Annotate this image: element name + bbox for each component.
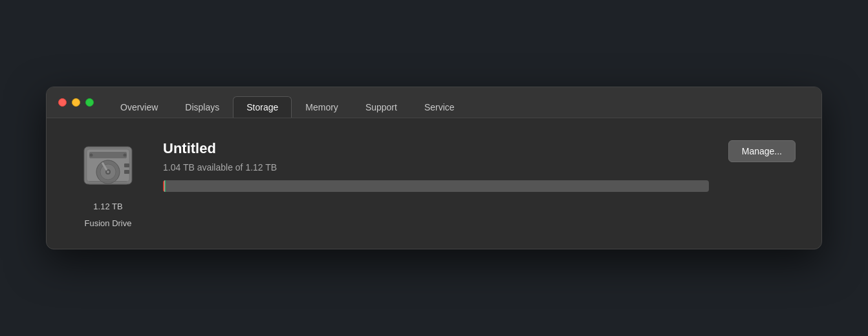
- drive-availability: 1.04 TB available of 1.12 TB: [163, 162, 709, 173]
- tab-bar: Overview Displays Storage Memory Support…: [107, 96, 468, 118]
- storage-progress-bar: [163, 180, 709, 192]
- drive-name: Untitled: [163, 140, 709, 157]
- tab-memory[interactable]: Memory: [292, 96, 352, 118]
- progress-bar-fill: [163, 180, 201, 192]
- tab-storage[interactable]: Storage: [233, 96, 292, 118]
- manage-button-area: Manage...: [728, 138, 796, 162]
- tab-service[interactable]: Service: [411, 96, 468, 118]
- svg-point-8: [107, 171, 109, 173]
- drive-icon-area: 1.12 TB Fusion Drive: [72, 138, 144, 229]
- tab-displays[interactable]: Displays: [171, 96, 233, 118]
- maximize-button[interactable]: [85, 98, 94, 107]
- segment-system: [165, 180, 166, 192]
- drive-size-label: 1.12 TB: [93, 201, 122, 213]
- main-window: Overview Displays Storage Memory Support…: [46, 87, 822, 249]
- minimize-button[interactable]: [72, 98, 80, 107]
- svg-rect-2: [89, 152, 127, 158]
- drive-type-label: Fusion Drive: [85, 218, 132, 229]
- titlebar: Overview Displays Storage Memory Support…: [47, 87, 821, 118]
- content-area: 1.12 TB Fusion Drive Untitled 1.04 TB av…: [47, 118, 821, 249]
- svg-point-3: [90, 153, 93, 156]
- svg-rect-13: [124, 170, 129, 174]
- traffic-lights: [58, 98, 94, 116]
- tab-overview[interactable]: Overview: [107, 96, 171, 118]
- hard-drive-icon: [79, 138, 137, 196]
- svg-rect-12: [124, 163, 129, 167]
- svg-point-4: [124, 153, 127, 156]
- drive-info: Untitled 1.04 TB available of 1.12 TB: [163, 138, 709, 192]
- tab-support[interactable]: Support: [352, 96, 411, 118]
- manage-button[interactable]: Manage...: [728, 140, 796, 162]
- drive-section: 1.12 TB Fusion Drive Untitled 1.04 TB av…: [72, 138, 796, 229]
- close-button[interactable]: [58, 98, 67, 107]
